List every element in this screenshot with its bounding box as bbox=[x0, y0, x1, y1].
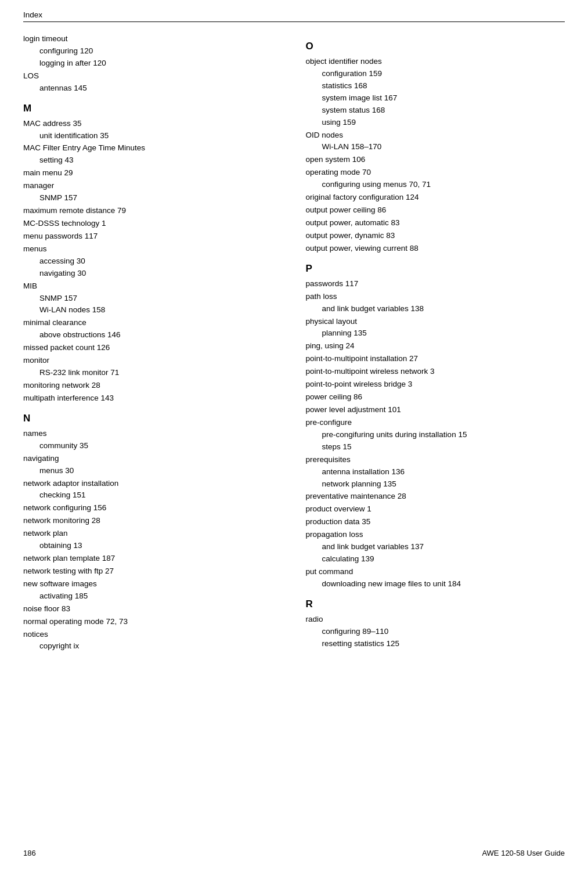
index-entry: radio bbox=[306, 614, 565, 626]
index-entry: production data 35 bbox=[306, 516, 565, 528]
index-entry: and link budget variables 138 bbox=[306, 303, 565, 315]
right-column: Oobject identifier nodesconfiguration 15… bbox=[306, 33, 565, 652]
index-entry: power ceiling 86 bbox=[306, 391, 565, 403]
index-entry: logging in after 120 bbox=[23, 57, 283, 70]
index-entry: main menu 29 bbox=[23, 167, 283, 179]
page: Index login timeoutconfiguring 120loggin… bbox=[0, 0, 588, 676]
index-entry: monitoring network 28 bbox=[23, 380, 283, 392]
index-entry: steps 15 bbox=[306, 441, 565, 453]
index-entry: system image list 167 bbox=[306, 92, 565, 104]
index-entry: propagation loss bbox=[306, 529, 565, 541]
index-entry: downloading new image files to unit 184 bbox=[306, 578, 565, 590]
index-entry: using 159 bbox=[306, 117, 565, 129]
index-entry: minimal clearance bbox=[23, 317, 283, 329]
index-entry: configuring 120 bbox=[23, 45, 283, 57]
index-entry: setting 43 bbox=[23, 154, 283, 167]
index-entry: configuring 89–110 bbox=[306, 626, 565, 638]
index-entry: MAC address 35 bbox=[23, 118, 283, 130]
index-entry: SNMP 157 bbox=[23, 192, 283, 204]
index-entry: pre-congifuring units during installatio… bbox=[306, 429, 565, 441]
index-entry: prerequisites bbox=[306, 454, 565, 466]
index-entry: menu passwords 117 bbox=[23, 230, 283, 243]
index-entry: point-to-point wireless bridge 3 bbox=[306, 378, 565, 391]
index-entry: open system 106 bbox=[306, 154, 565, 166]
index-entry: navigating bbox=[23, 453, 283, 465]
index-entry: output power, automatic 83 bbox=[306, 217, 565, 229]
index-entry: MIB bbox=[23, 280, 283, 293]
index-entry: calculating 139 bbox=[306, 553, 565, 565]
index-entry: multipath interference 143 bbox=[23, 392, 283, 405]
index-entry: point-to-multipoint installation 27 bbox=[306, 353, 565, 365]
index-entry: operating mode 70 bbox=[306, 167, 565, 179]
index-entry: path loss bbox=[306, 291, 565, 303]
index-entry: Wi-LAN 158–170 bbox=[306, 141, 565, 153]
index-entry: antennas 145 bbox=[23, 82, 283, 95]
left-column: login timeoutconfiguring 120logging in a… bbox=[23, 33, 283, 652]
index-entry: activating 185 bbox=[23, 590, 283, 603]
index-entry: LOS bbox=[23, 70, 283, 82]
index-entry: object identifier nodes bbox=[306, 56, 565, 68]
index-entry: put command bbox=[306, 566, 565, 578]
index-entry: network configuring 156 bbox=[23, 502, 283, 514]
index-entry: unit identification 35 bbox=[23, 130, 283, 142]
index-entry: notices bbox=[23, 629, 283, 641]
index-entry: RS-232 link monitor 71 bbox=[23, 367, 283, 379]
index-entry: and link budget variables 137 bbox=[306, 541, 565, 553]
index-entry: point-to-multipoint wireless network 3 bbox=[306, 366, 565, 378]
index-entry: physical layout bbox=[306, 316, 565, 328]
index-entry: MC-DSSS technology 1 bbox=[23, 218, 283, 230]
index-entry: output power ceiling 86 bbox=[306, 204, 565, 217]
index-entry: menus 30 bbox=[23, 465, 283, 477]
section-letter-r: R bbox=[306, 598, 565, 610]
index-entry: obtaining 13 bbox=[23, 540, 283, 552]
page-header: Index bbox=[23, 10, 565, 22]
section-letter-p: P bbox=[306, 263, 565, 275]
section-letter-m: M bbox=[23, 103, 283, 114]
index-entry: maximum remote distance 79 bbox=[23, 205, 283, 217]
index-entry: login timeout bbox=[23, 33, 283, 45]
index-entry: power level adjustment 101 bbox=[306, 404, 565, 416]
index-entry: noise floor 83 bbox=[23, 603, 283, 615]
index-entry: configuring using menus 70, 71 bbox=[306, 179, 565, 191]
index-entry: network planning 135 bbox=[306, 478, 565, 491]
index-entry: manager bbox=[23, 180, 283, 192]
index-entry: Wi-LAN nodes 158 bbox=[23, 304, 283, 316]
index-entry: system status 168 bbox=[306, 104, 565, 117]
section-letter-n: N bbox=[23, 413, 283, 424]
index-entry: network plan bbox=[23, 528, 283, 540]
index-entry: antenna installation 136 bbox=[306, 466, 565, 478]
index-entry: names bbox=[23, 428, 283, 440]
index-entry: pre-configure bbox=[306, 417, 565, 429]
index-entry: resetting statistics 125 bbox=[306, 638, 565, 650]
index-entry: network monitoring 28 bbox=[23, 515, 283, 527]
index-entry: menus bbox=[23, 243, 283, 255]
index-entry: network adaptor installation bbox=[23, 478, 283, 490]
index-entry: copyright ix bbox=[23, 640, 283, 652]
content-columns: login timeoutconfiguring 120logging in a… bbox=[23, 33, 565, 652]
index-entry: network plan template 187 bbox=[23, 553, 283, 565]
index-entry: statistics 168 bbox=[306, 80, 565, 92]
index-entry: product overview 1 bbox=[306, 503, 565, 515]
index-entry: above obstructions 146 bbox=[23, 329, 283, 341]
index-entry: output power, dynamic 83 bbox=[306, 230, 565, 242]
index-entry: community 35 bbox=[23, 440, 283, 452]
index-entry: ping, using 24 bbox=[306, 340, 565, 352]
index-entry: OID nodes bbox=[306, 129, 565, 142]
section-letter-o: O bbox=[306, 41, 565, 52]
index-entry: preventative maintenance 28 bbox=[306, 491, 565, 503]
page-footer: 186 AWE 120-58 User Guide bbox=[23, 849, 565, 857]
index-entry: MAC Filter Entry Age Time Minutes bbox=[23, 142, 283, 154]
index-entry: checking 151 bbox=[23, 489, 283, 502]
index-entry: navigating 30 bbox=[23, 268, 283, 280]
index-entry: accessing 30 bbox=[23, 255, 283, 268]
index-entry: missed packet count 126 bbox=[23, 342, 283, 354]
index-entry: monitor bbox=[23, 355, 283, 367]
index-entry: network testing with ftp 27 bbox=[23, 565, 283, 578]
page-number: 186 bbox=[23, 849, 36, 857]
index-entry: new software images bbox=[23, 578, 283, 590]
index-entry: configuration 159 bbox=[306, 68, 565, 80]
index-entry: planning 135 bbox=[306, 327, 565, 340]
doc-title: AWE 120-58 User Guide bbox=[482, 849, 565, 857]
page-header-title: Index bbox=[23, 10, 42, 19]
index-entry: output power, viewing current 88 bbox=[306, 243, 565, 255]
